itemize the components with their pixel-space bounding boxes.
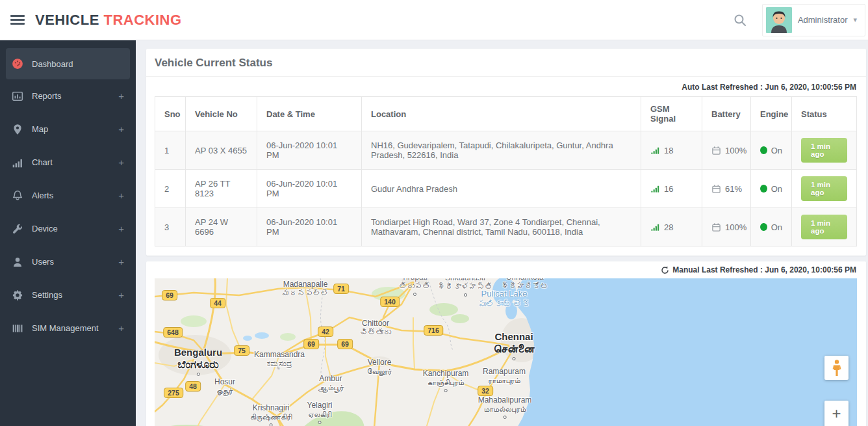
sidebar-item-alerts[interactable]: Alerts +: [0, 179, 136, 212]
road-badge: 42: [318, 326, 333, 337]
map-zoom-control: + −: [824, 401, 849, 426]
sidebar-item-sim-management[interactable]: SIM Management +: [0, 312, 136, 345]
gsm-signal-icon: [650, 222, 660, 232]
status-badge[interactable]: 1 min ago: [801, 215, 847, 239]
status-badge[interactable]: 1 min ago: [801, 138, 847, 163]
gear-icon: [12, 289, 23, 301]
brand-primary: VEHICLE: [35, 12, 99, 28]
sidebar-item-reports[interactable]: Reports +: [0, 79, 136, 113]
avatar: [766, 7, 792, 33]
sidebar-item-label: Reports: [32, 91, 62, 101]
vehicle-status-table: Sno Vehicle No Date & Time Location GSM …: [155, 96, 857, 246]
road-badge: 275: [164, 388, 183, 398]
col-battery: Battery: [702, 97, 751, 131]
cell-battery: 100%: [702, 131, 751, 170]
top-header: VEHICLE TRACKING Administrator ▾: [0, 0, 868, 40]
expand-plus-icon: +: [118, 124, 124, 135]
engine-on-dot: [760, 223, 767, 231]
road-badge: 69: [162, 290, 177, 300]
sidebar-item-label: Dashboard: [32, 59, 73, 69]
cell-status: 1 min ago: [792, 131, 857, 170]
sidebar-item-device[interactable]: Device +: [0, 212, 136, 245]
sim-icon: [12, 323, 23, 334]
dashboard-icon: [12, 58, 23, 70]
sidebar-item-label: Settings: [32, 290, 62, 300]
chevron-down-icon: ▾: [853, 16, 857, 24]
col-sno: Sno: [155, 97, 186, 131]
cell-engine: On: [751, 170, 792, 208]
table-row[interactable]: 1AP 03 X 465506-Jun-2020 10:01 PMNH16, G…: [155, 131, 857, 170]
table-body: 1AP 03 X 465506-Jun-2020 10:01 PMNH16, G…: [155, 131, 857, 246]
sidebar-item-label: SIM Management: [32, 323, 99, 333]
expand-plus-icon: +: [118, 323, 124, 334]
cell-engine: On: [751, 208, 792, 246]
refresh-icon[interactable]: [661, 266, 669, 274]
road-badge: 140: [380, 297, 400, 307]
cell-datetime: 06-Jun-2020 10:01 PM: [257, 131, 362, 170]
sidebar-item-map[interactable]: Map +: [0, 113, 136, 146]
expand-plus-icon: +: [118, 256, 124, 267]
sidebar-item-label: Map: [32, 124, 48, 134]
cell-gsm-signal: 28: [641, 208, 702, 246]
cell-vehicle-no: AP 24 W 6696: [186, 208, 257, 246]
cell-sno: 3: [155, 208, 186, 246]
sidebar-item-users[interactable]: Users +: [0, 245, 136, 278]
brand-accent: TRACKING: [103, 12, 181, 28]
road-badge: 75: [234, 345, 249, 356]
table-row[interactable]: 2AP 26 TT 812306-Jun-2020 10:01 PMGudur …: [155, 170, 857, 208]
reports-icon: [12, 90, 23, 102]
cell-status: 1 min ago: [792, 208, 857, 246]
col-gsm-signal: GSM Signal: [641, 97, 702, 131]
hamburger-menu-icon[interactable]: [10, 13, 25, 27]
col-vehicle-no: Vehicle No: [186, 97, 257, 131]
expand-plus-icon: +: [118, 90, 124, 101]
battery-icon: [711, 146, 721, 155]
cell-location: Gudur Andhra Pradesh: [362, 170, 641, 208]
app-logo[interactable]: VEHICLE TRACKING: [35, 12, 182, 29]
road-badge: 71: [333, 284, 349, 294]
user-menu[interactable]: Administrator ▾: [762, 4, 865, 36]
cell-battery: 100%: [702, 208, 751, 246]
col-datetime: Date & Time: [257, 97, 362, 131]
sidebar-item-dashboard[interactable]: Dashboard: [6, 48, 130, 79]
sidebar-item-label: Chart: [32, 157, 53, 167]
search-icon[interactable]: [734, 14, 747, 27]
cell-gsm-signal: 18: [641, 131, 702, 170]
gsm-signal-icon: [650, 184, 660, 193]
cell-sno: 2: [155, 170, 186, 208]
status-badge[interactable]: 1 min ago: [801, 176, 847, 201]
cell-gsm-signal: 16: [641, 170, 702, 208]
table-header-row: Sno Vehicle No Date & Time Location GSM …: [155, 97, 857, 131]
main-content: Vehicle Current Status Auto Last Refresh…: [136, 40, 868, 426]
expand-plus-icon: +: [118, 157, 124, 168]
expand-plus-icon: +: [118, 223, 124, 234]
manual-refresh-label: Manual Last Refreshed : Jun 6, 2020, 10:…: [672, 265, 856, 274]
battery-icon: [711, 222, 721, 232]
col-location: Location: [362, 97, 641, 131]
google-map[interactable]: Madanapalleమదనపల్లెTirupatiతిరుపతిSrikal…: [155, 278, 857, 426]
engine-on-dot: [760, 185, 767, 193]
pegman-icon: [832, 360, 841, 377]
cell-engine: On: [751, 131, 792, 170]
table-row[interactable]: 3AP 24 W 669606-Jun-2020 10:01 PMTondiar…: [155, 208, 857, 246]
map-badges: 6944711406484269697167548275948773232: [155, 278, 857, 426]
cell-battery: 61%: [702, 170, 751, 208]
road-badge: 716: [424, 325, 443, 336]
zoom-in-button[interactable]: +: [824, 401, 849, 426]
map-pin-icon: [12, 124, 23, 135]
cell-status: 1 min ago: [792, 170, 857, 208]
battery-icon: [711, 184, 721, 194]
cell-sno: 1: [155, 131, 186, 170]
page-title: Vehicle Current Status: [155, 57, 858, 76]
pegman-control[interactable]: [824, 356, 849, 380]
cell-vehicle-no: AP 26 TT 8123: [186, 170, 257, 208]
sidebar-item-settings[interactable]: Settings +: [0, 278, 136, 312]
col-status: Status: [792, 97, 857, 131]
bell-icon: [12, 190, 23, 202]
sidebar-item-chart[interactable]: Chart +: [0, 146, 136, 179]
sidebar-item-label: Alerts: [32, 191, 53, 200]
expand-plus-icon: +: [118, 190, 124, 201]
gsm-signal-icon: [650, 146, 660, 155]
user-icon: [12, 256, 23, 268]
cell-datetime: 06-Jun-2020 10:01 PM: [257, 208, 362, 246]
